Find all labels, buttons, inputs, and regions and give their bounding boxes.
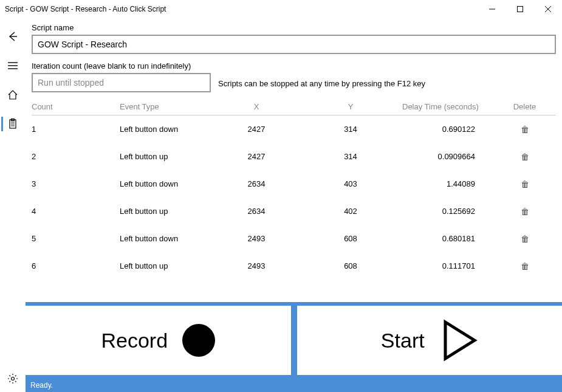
cell-count: 2: [32, 152, 120, 161]
cell-event: Left button up: [120, 207, 214, 216]
cell-delay: 0.680181: [402, 234, 493, 243]
start-label: Start: [381, 329, 425, 352]
col-head-count: Count: [32, 102, 120, 111]
col-head-event: Event Type: [120, 102, 214, 111]
col-head-x: X: [214, 102, 299, 111]
cell-delay: 1.44089: [402, 179, 493, 188]
col-head-delay: Delay Time (seconds): [402, 102, 493, 111]
cell-delete[interactable]: 🗑: [493, 152, 556, 162]
cell-event: Left button down: [120, 179, 214, 188]
cell-y: 403: [299, 179, 402, 188]
table-row: 4Left button up26344020.125692🗑: [32, 198, 556, 225]
table-row: 6Left button up24936080.111701🗑: [32, 252, 556, 280]
stop-hint: Scripts can be stopped at any time by pr…: [218, 79, 425, 92]
cell-y: 402: [299, 207, 402, 216]
script-name-input[interactable]: [32, 35, 556, 54]
cell-delete[interactable]: 🗑: [493, 179, 556, 189]
trash-icon[interactable]: 🗑: [521, 261, 529, 271]
action-bar: Record Start: [26, 302, 562, 379]
record-circle-icon: [182, 324, 215, 357]
close-button[interactable]: [534, 0, 562, 18]
cell-delete[interactable]: 🗑: [493, 125, 556, 134]
record-label: Record: [101, 329, 168, 352]
cell-x: 2634: [214, 207, 299, 216]
cell-delete[interactable]: 🗑: [493, 261, 556, 271]
cell-event: Left button up: [120, 152, 214, 161]
cell-delay: 0.111701: [402, 261, 493, 270]
cell-delay: 0.690122: [402, 125, 493, 134]
settings-icon[interactable]: [0, 371, 26, 386]
cell-y: 314: [299, 152, 402, 161]
window-title: Script - GOW Script - Research - Auto Cl…: [5, 5, 166, 13]
titlebar: Script - GOW Script - Research - Auto Cl…: [0, 0, 562, 18]
status-bar: Ready.: [26, 379, 562, 392]
cell-delay: 0.0909664: [402, 152, 493, 161]
cell-event: Left button down: [120, 234, 214, 243]
play-icon: [439, 319, 478, 362]
minimize-button[interactable]: [478, 0, 506, 18]
cell-y: 608: [299, 234, 402, 243]
table-row: 1Left button down24273140.690122🗑: [32, 115, 556, 143]
trash-icon[interactable]: 🗑: [521, 125, 529, 134]
iteration-input[interactable]: [32, 73, 211, 92]
trash-icon[interactable]: 🗑: [521, 234, 529, 244]
cell-event: Left button up: [120, 261, 214, 270]
trash-icon[interactable]: 🗑: [521, 207, 529, 216]
cell-x: 2634: [214, 179, 299, 188]
table-row: 5Left button down24936080.680181🗑: [32, 225, 556, 252]
home-icon[interactable]: [0, 88, 26, 102]
cell-count: 3: [32, 179, 120, 188]
cell-count: 5: [32, 234, 120, 243]
table-row: 2Left button up24273140.0909664🗑: [32, 143, 556, 170]
cell-x: 2427: [214, 125, 299, 134]
cell-event: Left button down: [120, 125, 214, 134]
events-table: Count Event Type X Y Delay Time (seconds…: [32, 102, 556, 302]
back-button[interactable]: [0, 29, 26, 44]
cell-x: 2493: [214, 234, 299, 243]
cell-y: 608: [299, 261, 402, 270]
col-head-delete: Delete: [493, 102, 556, 111]
cell-x: 2427: [214, 152, 299, 161]
col-head-y: Y: [299, 102, 402, 111]
cell-count: 6: [32, 261, 120, 270]
clipboard-icon[interactable]: [0, 117, 26, 131]
hamburger-icon[interactable]: [0, 58, 26, 73]
status-text: Ready.: [30, 381, 53, 390]
trash-icon[interactable]: 🗑: [521, 152, 529, 162]
maximize-button[interactable]: [506, 0, 534, 18]
record-button[interactable]: Record: [26, 306, 291, 375]
cell-delay: 0.125692: [402, 207, 493, 216]
table-row: 3Left button down26344031.44089🗑: [32, 170, 556, 198]
start-button[interactable]: Start: [297, 306, 563, 375]
cell-x: 2493: [214, 261, 299, 270]
iteration-label: Iteration count (leave blank to run inde…: [32, 61, 211, 70]
trash-icon[interactable]: 🗑: [521, 179, 529, 189]
script-name-label: Script name: [32, 23, 556, 32]
cell-count: 1: [32, 125, 120, 134]
cell-y: 314: [299, 125, 402, 134]
svg-rect-1: [518, 7, 523, 12]
cell-delete[interactable]: 🗑: [493, 234, 556, 244]
cell-delete[interactable]: 🗑: [493, 207, 556, 216]
svg-point-13: [11, 377, 14, 380]
cell-count: 4: [32, 207, 120, 216]
sidebar: [0, 18, 26, 392]
